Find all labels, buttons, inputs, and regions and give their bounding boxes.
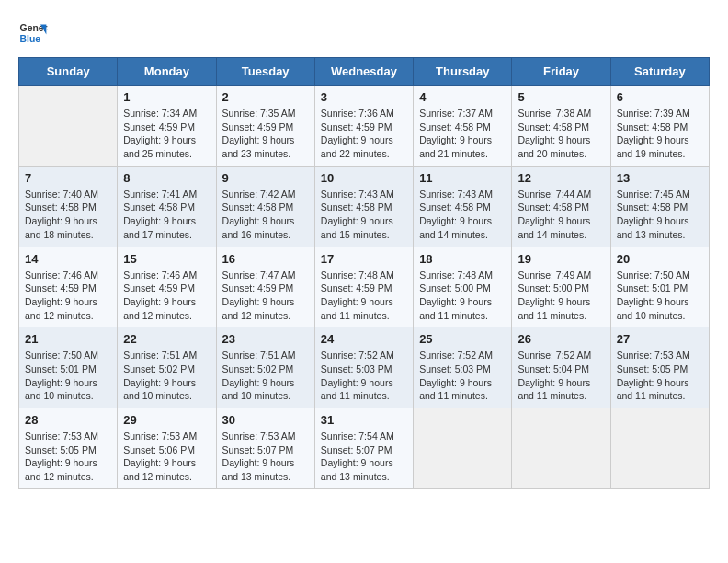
day-number: 10 bbox=[321, 171, 407, 185]
calendar-cell bbox=[512, 408, 610, 489]
day-number: 20 bbox=[617, 252, 703, 266]
day-info: Sunrise: 7:45 AMSunset: 4:58 PMDaylight:… bbox=[617, 188, 703, 242]
day-info: Sunrise: 7:41 AMSunset: 4:58 PMDaylight:… bbox=[123, 188, 210, 242]
calendar-week-row: 7Sunrise: 7:40 AMSunset: 4:58 PMDaylight… bbox=[19, 166, 710, 247]
day-info: Sunrise: 7:51 AMSunset: 5:02 PMDaylight:… bbox=[222, 349, 309, 403]
calendar-cell: 27Sunrise: 7:53 AMSunset: 5:05 PMDayligh… bbox=[610, 327, 709, 408]
day-number: 18 bbox=[419, 252, 506, 266]
calendar-cell: 22Sunrise: 7:51 AMSunset: 5:02 PMDayligh… bbox=[118, 327, 216, 408]
day-info: Sunrise: 7:35 AMSunset: 4:59 PMDaylight:… bbox=[222, 107, 309, 161]
day-info: Sunrise: 7:51 AMSunset: 5:02 PMDaylight:… bbox=[123, 349, 210, 403]
day-info: Sunrise: 7:43 AMSunset: 4:58 PMDaylight:… bbox=[419, 188, 506, 242]
logo: General Blue bbox=[18, 18, 51, 48]
day-number: 30 bbox=[222, 413, 309, 427]
day-info: Sunrise: 7:53 AMSunset: 5:07 PMDaylight:… bbox=[222, 430, 309, 484]
calendar-cell: 3Sunrise: 7:36 AMSunset: 4:59 PMDaylight… bbox=[314, 86, 413, 167]
day-number: 29 bbox=[123, 413, 210, 427]
calendar-cell: 26Sunrise: 7:52 AMSunset: 5:04 PMDayligh… bbox=[512, 327, 610, 408]
day-number: 28 bbox=[25, 413, 111, 427]
calendar-cell: 7Sunrise: 7:40 AMSunset: 4:58 PMDaylight… bbox=[19, 166, 118, 247]
calendar-cell: 16Sunrise: 7:47 AMSunset: 4:59 PMDayligh… bbox=[216, 247, 314, 327]
day-number: 8 bbox=[123, 171, 210, 185]
calendar-cell bbox=[610, 408, 709, 489]
day-info: Sunrise: 7:46 AMSunset: 4:59 PMDaylight:… bbox=[25, 269, 111, 323]
day-number: 27 bbox=[617, 332, 703, 346]
day-number: 19 bbox=[518, 252, 604, 266]
calendar-cell: 21Sunrise: 7:50 AMSunset: 5:01 PMDayligh… bbox=[19, 327, 118, 408]
day-number: 31 bbox=[321, 413, 407, 427]
logo-icon: General Blue bbox=[18, 18, 48, 48]
day-info: Sunrise: 7:53 AMSunset: 5:05 PMDaylight:… bbox=[25, 430, 111, 484]
calendar-cell: 6Sunrise: 7:39 AMSunset: 4:58 PMDaylight… bbox=[610, 86, 709, 167]
calendar-week-row: 28Sunrise: 7:53 AMSunset: 5:05 PMDayligh… bbox=[19, 408, 710, 489]
day-number: 21 bbox=[25, 332, 111, 346]
day-number: 2 bbox=[222, 90, 309, 104]
day-number: 12 bbox=[518, 171, 604, 185]
calendar-cell: 4Sunrise: 7:37 AMSunset: 4:58 PMDaylight… bbox=[414, 86, 512, 167]
day-number: 9 bbox=[222, 171, 309, 185]
day-info: Sunrise: 7:43 AMSunset: 4:58 PMDaylight:… bbox=[321, 188, 407, 242]
day-of-week-header: Sunday bbox=[19, 58, 118, 86]
calendar-table: SundayMondayTuesdayWednesdayThursdayFrid… bbox=[18, 57, 710, 489]
day-of-week-header: Thursday bbox=[414, 58, 512, 86]
calendar-cell: 17Sunrise: 7:48 AMSunset: 4:59 PMDayligh… bbox=[314, 247, 413, 327]
day-number: 26 bbox=[518, 332, 604, 346]
calendar-cell: 1Sunrise: 7:34 AMSunset: 4:59 PMDaylight… bbox=[118, 86, 216, 167]
day-info: Sunrise: 7:48 AMSunset: 4:59 PMDaylight:… bbox=[321, 269, 407, 323]
day-of-week-header: Wednesday bbox=[314, 58, 413, 86]
calendar-cell: 30Sunrise: 7:53 AMSunset: 5:07 PMDayligh… bbox=[216, 408, 314, 489]
day-info: Sunrise: 7:52 AMSunset: 5:03 PMDaylight:… bbox=[321, 349, 407, 403]
day-number: 16 bbox=[222, 252, 309, 266]
calendar-week-row: 14Sunrise: 7:46 AMSunset: 4:59 PMDayligh… bbox=[19, 247, 710, 327]
day-info: Sunrise: 7:52 AMSunset: 5:03 PMDaylight:… bbox=[419, 349, 506, 403]
day-number: 7 bbox=[25, 171, 111, 185]
calendar-cell: 12Sunrise: 7:44 AMSunset: 4:58 PMDayligh… bbox=[512, 166, 610, 247]
day-info: Sunrise: 7:42 AMSunset: 4:58 PMDaylight:… bbox=[222, 188, 309, 242]
calendar-cell: 28Sunrise: 7:53 AMSunset: 5:05 PMDayligh… bbox=[19, 408, 118, 489]
day-info: Sunrise: 7:34 AMSunset: 4:59 PMDaylight:… bbox=[123, 107, 210, 161]
calendar-cell: 29Sunrise: 7:53 AMSunset: 5:06 PMDayligh… bbox=[118, 408, 216, 489]
day-info: Sunrise: 7:48 AMSunset: 5:00 PMDaylight:… bbox=[419, 269, 506, 323]
calendar-cell: 19Sunrise: 7:49 AMSunset: 5:00 PMDayligh… bbox=[512, 247, 610, 327]
day-number: 13 bbox=[617, 171, 703, 185]
calendar-cell: 10Sunrise: 7:43 AMSunset: 4:58 PMDayligh… bbox=[314, 166, 413, 247]
svg-text:Blue: Blue bbox=[20, 34, 41, 44]
calendar-cell: 13Sunrise: 7:45 AMSunset: 4:58 PMDayligh… bbox=[610, 166, 709, 247]
day-number: 17 bbox=[321, 252, 407, 266]
calendar-week-row: 1Sunrise: 7:34 AMSunset: 4:59 PMDaylight… bbox=[19, 86, 710, 167]
day-of-week-header: Tuesday bbox=[216, 58, 314, 86]
calendar-cell bbox=[414, 408, 512, 489]
day-number: 22 bbox=[123, 332, 210, 346]
calendar-cell: 23Sunrise: 7:51 AMSunset: 5:02 PMDayligh… bbox=[216, 327, 314, 408]
calendar-cell: 9Sunrise: 7:42 AMSunset: 4:58 PMDaylight… bbox=[216, 166, 314, 247]
day-number: 6 bbox=[617, 90, 703, 104]
day-info: Sunrise: 7:49 AMSunset: 5:00 PMDaylight:… bbox=[518, 269, 604, 323]
day-number: 11 bbox=[419, 171, 506, 185]
day-number: 14 bbox=[25, 252, 111, 266]
day-of-week-header: Monday bbox=[118, 58, 216, 86]
day-number: 5 bbox=[518, 90, 604, 104]
day-info: Sunrise: 7:37 AMSunset: 4:58 PMDaylight:… bbox=[419, 107, 506, 161]
day-number: 4 bbox=[419, 90, 506, 104]
calendar-cell: 31Sunrise: 7:54 AMSunset: 5:07 PMDayligh… bbox=[314, 408, 413, 489]
calendar-cell: 11Sunrise: 7:43 AMSunset: 4:58 PMDayligh… bbox=[414, 166, 512, 247]
calendar-cell: 2Sunrise: 7:35 AMSunset: 4:59 PMDaylight… bbox=[216, 86, 314, 167]
day-info: Sunrise: 7:44 AMSunset: 4:58 PMDaylight:… bbox=[518, 188, 604, 242]
day-number: 23 bbox=[222, 332, 309, 346]
page-header: General Blue bbox=[18, 18, 710, 48]
day-info: Sunrise: 7:46 AMSunset: 4:59 PMDaylight:… bbox=[123, 269, 210, 323]
day-of-week-header: Friday bbox=[512, 58, 610, 86]
calendar-cell: 14Sunrise: 7:46 AMSunset: 4:59 PMDayligh… bbox=[19, 247, 118, 327]
day-info: Sunrise: 7:53 AMSunset: 5:06 PMDaylight:… bbox=[123, 430, 210, 484]
calendar-cell: 8Sunrise: 7:41 AMSunset: 4:58 PMDaylight… bbox=[118, 166, 216, 247]
calendar-cell: 25Sunrise: 7:52 AMSunset: 5:03 PMDayligh… bbox=[414, 327, 512, 408]
day-info: Sunrise: 7:39 AMSunset: 4:58 PMDaylight:… bbox=[617, 107, 703, 161]
day-info: Sunrise: 7:47 AMSunset: 4:59 PMDaylight:… bbox=[222, 269, 309, 323]
day-info: Sunrise: 7:50 AMSunset: 5:01 PMDaylight:… bbox=[617, 269, 703, 323]
day-number: 1 bbox=[123, 90, 210, 104]
day-info: Sunrise: 7:50 AMSunset: 5:01 PMDaylight:… bbox=[25, 349, 111, 403]
calendar-cell bbox=[19, 86, 118, 167]
day-number: 15 bbox=[123, 252, 210, 266]
day-info: Sunrise: 7:52 AMSunset: 5:04 PMDaylight:… bbox=[518, 349, 604, 403]
day-info: Sunrise: 7:54 AMSunset: 5:07 PMDaylight:… bbox=[321, 430, 407, 484]
